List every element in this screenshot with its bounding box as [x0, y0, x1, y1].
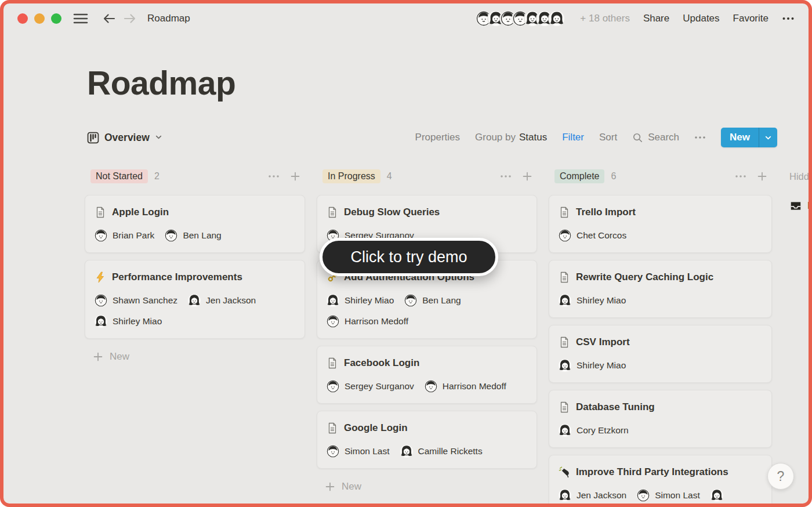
avatar — [404, 294, 417, 307]
card-title: Rewrite Query Caching Logic — [576, 270, 713, 285]
chevron-down-icon — [155, 133, 162, 143]
assignee-name: Harrison Medoff — [443, 381, 506, 392]
column-cards: Debug Slow QueriesSergey SurganovAdd Aut… — [317, 195, 537, 469]
status-badge[interactable]: In Progress — [322, 169, 380, 183]
try-demo-button[interactable]: Click to try demo — [320, 238, 498, 276]
share-button[interactable]: Share — [643, 13, 669, 24]
column-cards: Apple LoginBrian ParkBen LangPerformance… — [85, 195, 305, 339]
avatar — [549, 11, 564, 26]
add-card-label: New — [342, 481, 361, 492]
card-title-row: CSV Import — [559, 335, 762, 350]
column-more-icon[interactable] — [499, 173, 513, 179]
avatar — [327, 445, 339, 458]
column-more-icon[interactable] — [267, 173, 281, 179]
card[interactable]: Improve Third Party IntegrationsJen Jack… — [549, 455, 772, 507]
status-badge[interactable]: Not Started — [90, 169, 148, 183]
assignee-name: Ben Lang — [183, 230, 221, 241]
new-button-label: New — [721, 128, 759, 147]
nav-arrows — [102, 13, 137, 24]
card[interactable]: Apple LoginBrian ParkBen Lang — [85, 195, 305, 253]
sort-button[interactable]: Sort — [599, 132, 617, 143]
doc-icon — [327, 207, 338, 218]
add-card-button[interactable]: New — [85, 350, 305, 363]
card-assignees: Sergey SurganovHarrison Medoff — [327, 379, 527, 394]
properties-button[interactable]: Properties — [415, 132, 460, 143]
column-cards: Trello ImportChet CorcosRewrite Query Ca… — [549, 195, 772, 507]
search-button[interactable]: Search — [632, 132, 679, 143]
card-title: Google Login — [344, 421, 408, 436]
avatar — [637, 489, 650, 502]
avatar — [327, 294, 339, 307]
assignee: Shirley Miao — [559, 293, 626, 308]
column-add-icon[interactable] — [289, 170, 302, 183]
app-window: Roadmap + 18 others Share Updates Favori… — [0, 0, 812, 507]
group-by-button[interactable]: Group by Status — [475, 132, 547, 143]
card[interactable]: Performance ImprovementsShawn SanchezJen… — [85, 260, 305, 339]
hidden-column-header: Hidd — [784, 168, 812, 184]
assignee-name: Chet Corcos — [577, 230, 626, 241]
new-button[interactable]: New — [721, 128, 777, 147]
updates-button[interactable]: Updates — [683, 13, 719, 24]
avatar — [95, 294, 107, 307]
assignee-name: Camille Ricketts — [418, 446, 483, 457]
card-title-row: Facebook Login — [327, 356, 527, 371]
breadcrumb[interactable]: Roadmap — [147, 13, 190, 24]
back-arrow-icon[interactable] — [102, 13, 116, 24]
card[interactable]: Rewrite Query Caching LogicShirley Miao — [549, 260, 772, 318]
assignee: Simon Last — [637, 488, 700, 503]
column-add-icon[interactable] — [756, 170, 768, 183]
board-view-icon — [87, 132, 99, 144]
assignee — [710, 488, 728, 503]
view-switcher[interactable]: Overview — [87, 132, 162, 144]
forward-arrow-icon[interactable] — [123, 13, 137, 24]
filter-button[interactable]: Filter — [562, 132, 584, 143]
card-assignees: Brian ParkBen Lang — [95, 228, 295, 243]
assignee-name: Cory Etzkorn — [577, 425, 629, 436]
hidden-columns-label[interactable]: Hidd — [789, 171, 809, 182]
hidden-status-item[interactable]: N — [784, 200, 812, 212]
card[interactable]: Facebook LoginSergey SurganovHarrison Me… — [317, 346, 537, 404]
menu-icon[interactable] — [73, 13, 88, 24]
card-title-row: Performance Improvements — [95, 270, 295, 285]
avatar — [559, 424, 571, 437]
favorite-button[interactable]: Favorite — [733, 13, 768, 24]
close-window-icon[interactable] — [17, 13, 28, 24]
assignee: Chet Corcos — [559, 228, 626, 243]
new-button-chevron-icon[interactable] — [759, 128, 777, 147]
column-count: 4 — [387, 171, 392, 182]
assignee: Simon Last — [327, 444, 390, 459]
member-avatars[interactable] — [476, 11, 564, 26]
add-card-button[interactable]: New — [317, 480, 537, 493]
search-label: Search — [648, 132, 679, 143]
card-assignees: Shirley Miao — [559, 358, 762, 373]
toolbar-more-icon[interactable] — [694, 136, 706, 139]
assignee-name: Harrison Medoff — [345, 316, 408, 327]
card-assignees: Jen JacksonSimon Last — [559, 488, 762, 503]
group-by-prefix: Group by — [475, 132, 516, 143]
column-more-icon[interactable] — [734, 173, 748, 179]
card[interactable]: Database TuningCory Etzkorn — [549, 390, 772, 448]
assignee: Harrison Medoff — [425, 379, 506, 394]
column-add-icon[interactable] — [521, 170, 534, 183]
card[interactable]: Trello ImportChet Corcos — [549, 195, 772, 253]
assignee-name: Sergey Surganov — [345, 381, 414, 392]
zoom-window-icon[interactable] — [51, 13, 61, 24]
card-title-row: Rewrite Query Caching Logic — [559, 270, 762, 285]
minimize-window-icon[interactable] — [34, 13, 45, 24]
card[interactable]: CSV ImportShirley Miao — [549, 325, 772, 383]
assignee: Shirley Miao — [95, 314, 162, 329]
more-options-icon[interactable] — [782, 17, 795, 20]
card-assignees: Shirley MiaoBen LangHarrison Medoff — [327, 293, 527, 329]
doc-icon — [559, 271, 570, 283]
others-count[interactable]: + 18 others — [580, 13, 630, 24]
group-by-value: Status — [519, 132, 547, 143]
card[interactable]: Google LoginSimon LastCamille Ricketts — [317, 411, 537, 469]
view-name: Overview — [104, 132, 150, 144]
status-badge[interactable]: Complete — [554, 169, 604, 183]
card-title-row: Database Tuning — [559, 400, 762, 415]
board-column-not-started: Not Started2Apple LoginBrian ParkBen Lan… — [85, 168, 305, 363]
assignee: Sergey Surganov — [327, 379, 414, 394]
column-count: 2 — [154, 171, 160, 182]
help-button[interactable]: ? — [767, 463, 794, 490]
card-title: Apple Login — [112, 205, 169, 220]
